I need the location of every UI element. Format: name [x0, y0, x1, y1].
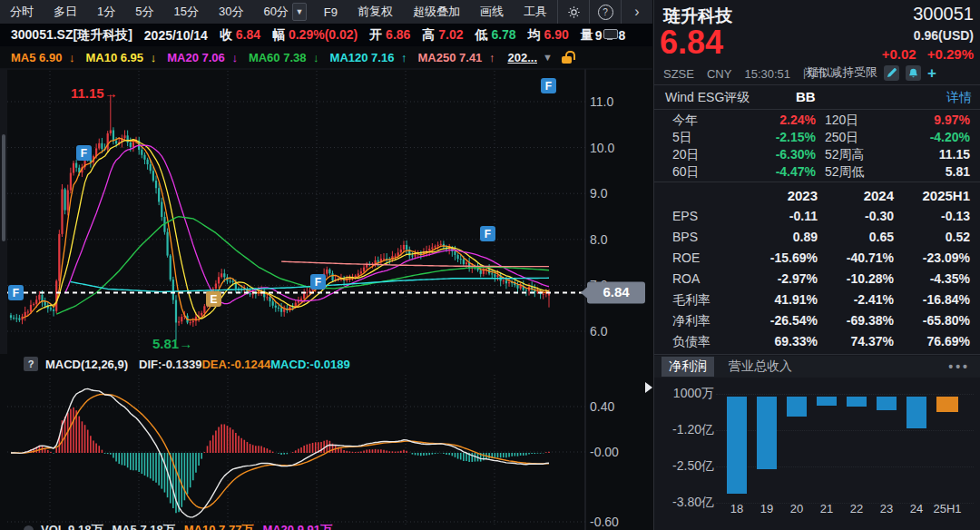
settings-gear-icon[interactable] [557, 0, 589, 24]
bar-22 [847, 397, 867, 407]
vol-value: VOL 9.18万 [41, 522, 103, 530]
alert-bell-icon[interactable] [906, 65, 921, 81]
add-to-watchlist-icon[interactable]: + [927, 65, 936, 81]
bar-23 [877, 397, 897, 410]
tools-button[interactable]: 工具 [514, 4, 557, 20]
currency-label: CNY [707, 67, 731, 81]
chart-toolbar: 分时 多日 1分 5分 15分 30分 60分 ▼ F9 前复权 超级叠加 画线… [0, 0, 652, 24]
news-badge-f[interactable]: F [76, 145, 92, 161]
f9-button[interactable]: F9 [314, 5, 348, 19]
news-badge-f[interactable]: F [310, 274, 326, 290]
tab-60min[interactable]: 60分 [253, 4, 289, 20]
macd-dif-value: DIF:-0.1339 [139, 358, 201, 371]
vol-ma5-value: MA5 7.18万 [112, 522, 174, 530]
svg-text:11.0: 11.0 [590, 94, 613, 109]
volume-label: 量 [581, 27, 593, 44]
ma-legend-ma60: MA60 7.38 ↓ [249, 51, 319, 64]
bar-gridline [716, 394, 974, 395]
tab-1min[interactable]: 1分 [87, 4, 125, 20]
bar-ytick: 1000万 [658, 386, 714, 402]
period-dropdown-icon[interactable]: ▼ [292, 3, 307, 21]
news-badge-f[interactable]: F [480, 226, 495, 241]
macd-dea-value: DEA:-0.1244 [201, 358, 270, 371]
unlock-icon[interactable] [562, 51, 573, 64]
quote-field-高: 高 7.02 [422, 27, 463, 44]
svg-text:8.0: 8.0 [590, 232, 608, 247]
tab-5min[interactable]: 5分 [125, 4, 163, 20]
esg-details-link[interactable]: 详情 [946, 90, 972, 106]
tab-multiday[interactable]: 多日 [44, 4, 87, 20]
left-scrollbar-thumb[interactable] [2, 134, 5, 241]
quote-date: 2025/10/14 [144, 28, 208, 43]
volume-value-post: 8 [619, 28, 626, 43]
ma-legend-ma10: MA10 6.95 ↓ [85, 51, 156, 64]
svg-text:11.15→: 11.15→ [71, 85, 118, 101]
draw-line-button[interactable]: 画线 [470, 4, 514, 20]
holder-reduction-tag: 疑似减持受限 [807, 64, 877, 81]
financial-tab-bar: 净利润 营业总收入 ••• [654, 356, 980, 378]
svg-text:-0.00: -0.00 [590, 445, 619, 459]
esg-rating-value: BB [796, 89, 816, 104]
period-selector[interactable]: 202... [507, 51, 537, 64]
perf-row: 今年2.24%120日9.97% [654, 113, 980, 130]
svg-text:9.0: 9.0 [590, 186, 608, 201]
ma-legend-ma120: MA120 7.16 ↑ [330, 51, 407, 64]
super-overlay-button[interactable]: 超级叠加 [403, 4, 470, 20]
indicator-help-icon[interactable]: ? [24, 357, 38, 371]
help-icon[interactable]: ? [589, 0, 621, 24]
perf-row: 5日-2.15%250日-4.20% [654, 130, 980, 147]
macd-title: MACD(12,26,9) [45, 358, 128, 371]
panel-splitter-arrow-icon[interactable] [645, 382, 652, 393]
edit-pencil-icon[interactable] [884, 65, 899, 81]
mini-monitor-icon[interactable] [603, 29, 618, 41]
toolbar-chevron-right-icon[interactable]: › [621, 0, 652, 24]
quote-field-均: 均 6.90 [528, 27, 569, 44]
vol-ma10-value: MA10 7.77万 [184, 522, 254, 530]
price-change: +0.02 [882, 46, 916, 62]
ma-legend-row: MA5 6.90 ↓MA10 6.95 ↓MA20 7.06 ↓MA60 7.3… [0, 47, 652, 67]
tab-30min[interactable]: 30分 [209, 4, 253, 20]
svg-text:-0.60: -0.60 [590, 515, 619, 529]
macd-indicator-header: ? MACD(12,26,9) DIF:-0.1339 DEA:-0.1244 … [24, 356, 350, 372]
fin-row-BPS: BPS0.890.650.52 [654, 230, 980, 247]
bar-18 [727, 397, 747, 494]
volume-value-pre: 9 [595, 28, 603, 43]
tab-timeshare[interactable]: 分时 [0, 4, 44, 20]
tab-net-profit[interactable]: 净利润 [662, 357, 714, 377]
perf-row: 60日-4.47%52周低5.81 [654, 164, 980, 182]
svg-text:10.0: 10.0 [590, 141, 614, 155]
quote-field-幅: 幅 0.29%(0.02) [272, 27, 358, 44]
volume-pane-header: VOL 9.18万 MA5 7.18万 MA10 7.77万 MA20 9.91… [24, 522, 332, 530]
esg-rating-label: Wind ESG评级 [665, 90, 750, 106]
macd-hist-value: MACD:-0.0189 [270, 358, 349, 371]
bar-20 [787, 397, 807, 417]
bar-25H1 [936, 397, 958, 412]
fin-header-row: 202320242025H1 [654, 188, 980, 205]
tab-total-revenue[interactable]: 营业总收入 [723, 357, 798, 377]
period-dropdown-arrow-icon[interactable]: ▼ [543, 52, 553, 63]
symbol-label: 300051.SZ[琏升科技] [11, 27, 132, 44]
quote-field-开: 开 6.86 [369, 27, 410, 44]
quote-time: 15:30:51 [744, 67, 790, 81]
tab-15min[interactable]: 15分 [163, 4, 208, 20]
bar-gridline [716, 466, 974, 467]
vol-ma20-value: MA20 9.91万 [262, 522, 332, 530]
stock-code: 300051 [913, 4, 974, 25]
news-badge-f[interactable]: F [541, 78, 556, 93]
volume-help-icon[interactable] [24, 525, 34, 530]
news-badge-f[interactable]: F [8, 285, 24, 300]
forward-adjust-button[interactable]: 前复权 [348, 4, 403, 20]
event-badge-e[interactable]: E [206, 291, 221, 307]
ma-legend-ma250: MA250 7.41 ↑ [418, 51, 495, 64]
svg-text:0.40: 0.40 [590, 399, 614, 414]
fin-row-毛利率: 毛利率41.91%-2.41%-16.84% [654, 292, 980, 309]
fin-row-EPS: EPS-0.11-0.30-0.13 [654, 209, 980, 226]
quote-field-低: 低 6.78 [475, 27, 516, 44]
bar-gridline [716, 430, 974, 431]
chart-more-menu-icon[interactable]: ••• [948, 359, 970, 374]
quote-detail-panel: 琏升科技 300051 6.84 0.96(USD) +0.02 +0.29% … [653, 0, 980, 530]
fin-row-ROA: ROA-2.97%-10.28%-4.35% [654, 271, 980, 289]
ma-legend-ma20: MA20 7.06 ↓ [167, 51, 238, 64]
bar-ytick: -1.20亿 [658, 422, 714, 438]
price-change-pct: +0.29% [927, 46, 974, 62]
